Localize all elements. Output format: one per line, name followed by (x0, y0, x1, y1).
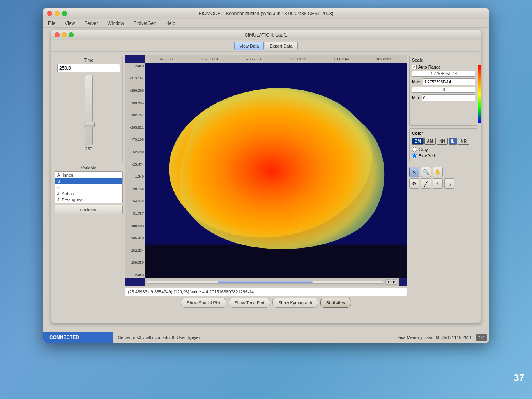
maximize-button[interactable] (62, 11, 67, 16)
color-btn-am[interactable]: AM (424, 138, 436, 145)
tool-row-1: ↖ 🔍 ✋ (409, 167, 477, 177)
settings-tool-icon[interactable]: ⚙ (409, 178, 419, 189)
inner-maximize-button[interactable] (69, 32, 74, 37)
color-section: Color BM AM NN IL NR Gray BlueRed (409, 128, 477, 162)
bluered-radio[interactable] (412, 153, 417, 158)
axis-left-label-13: 108.603 (126, 224, 144, 228)
inner-close-button[interactable] (55, 32, 60, 37)
line-tool-icon[interactable]: ╱ (421, 178, 431, 189)
axis-left-label-12: 81.787 (126, 212, 144, 215)
max-input[interactable] (423, 78, 475, 85)
axis-left-label-3: -159.553 (126, 101, 144, 105)
functions-button[interactable]: Functions... (55, 205, 123, 214)
axis-left-label-4: -132.737 (126, 113, 144, 117)
pan-tool-icon[interactable]: ✋ (433, 167, 443, 177)
axis-left-label-11: 54.972 (126, 199, 144, 203)
inner-window: SIMULATION: Lauf1 View Data Export Data … (51, 30, 481, 323)
export-data-button[interactable]: Export Data (265, 42, 297, 50)
slider-thumb[interactable] (84, 122, 95, 127)
outer-titlebar: BIOMODEL: Bohnendiffusion (Wed Jun 18 09… (43, 8, 489, 19)
show-spatial-plot-button[interactable]: Show Spatial Plot (181, 298, 226, 308)
tool-row-2: ⚙ ╱ ∿ ᶊ (409, 178, 477, 189)
outer-window-title: BIOMODEL: Bohnendiffusion (Wed Jun 18 09… (198, 11, 333, 16)
extra-tool-icon[interactable]: ᶊ (444, 178, 454, 189)
svg-rect-1 (145, 245, 407, 278)
color-header: Color (412, 131, 475, 136)
color-btn-bm[interactable]: BM (412, 138, 424, 145)
plot-status-bar: (25.439331,9.3854749) [129,93] Value = 4… (125, 288, 407, 296)
inner-titlebar: SIMULATION: Lauf1 (51, 30, 481, 40)
color-btn-nr[interactable]: NR (458, 138, 469, 145)
scrollbar-thumb[interactable] (218, 281, 313, 283)
statistics-button[interactable]: Statistics (320, 298, 351, 308)
menu-help[interactable]: Help (164, 21, 177, 26)
time-label: Time (57, 58, 120, 62)
var-item-c[interactable]: C (55, 184, 122, 191)
variable-section: Variable A_Innen B C J_Abbau J_Erzeugung… (55, 166, 123, 308)
zoom-tool-icon[interactable]: 🔍 (421, 167, 431, 177)
close-button[interactable] (47, 11, 52, 16)
axis-left-label-16: 189.050 (126, 261, 144, 265)
bluered-radio-row: BlueRed (412, 153, 475, 158)
scroll-nav: ◀ ▶ (385, 279, 397, 285)
page-number: 37 (514, 373, 524, 383)
show-kymograph-button[interactable]: Show Kymograph (272, 298, 318, 308)
scale-mid-value: 0 (412, 87, 475, 93)
slider-container: 0 250 (57, 75, 120, 161)
scroll-right-button[interactable]: ▶ (392, 279, 397, 285)
bluered-label: BlueRed (419, 154, 435, 158)
auto-range-row: ✓ Auto Range (412, 65, 475, 69)
time-input[interactable] (57, 64, 120, 72)
menu-server[interactable]: Server (83, 21, 99, 26)
scale-content: ✓ Auto Range 4.2757595E-14 Max: 0 Min: (412, 65, 475, 123)
select-tool-icon[interactable]: ↖ (409, 167, 419, 177)
var-item-j-erzeugung[interactable]: J_Erzeugung (55, 197, 122, 203)
axis-left-label-2: -186.368 (126, 88, 144, 92)
plot-area: 39.66527 -159.33054 -78.995816 1.3389121… (125, 55, 407, 286)
minimize-button[interactable] (55, 11, 60, 16)
scrollbar-track[interactable] (147, 281, 384, 284)
var-item-j-abbau[interactable]: J_Abbau (55, 191, 122, 197)
color-btn-il[interactable]: IL (449, 138, 458, 145)
variable-list: A_Innen B C J_Abbau J_Erzeugung (55, 171, 123, 203)
view-data-button[interactable]: View Data (234, 42, 264, 50)
tool-icons: ↖ 🔍 ✋ ⚙ ╱ ∿ ᶊ (409, 167, 477, 189)
auto-range-checkbox[interactable]: ✓ (412, 65, 417, 69)
scale-value-top: 4.2757595E-14 (412, 71, 475, 77)
outer-traffic-lights (47, 11, 67, 16)
scroll-left-button[interactable]: ◀ (385, 279, 391, 285)
slider-min-label: 250 (85, 147, 92, 151)
color-btn-nn[interactable]: NN (437, 138, 447, 145)
inner-minimize-button[interactable] (62, 32, 67, 37)
axis-left-label-9: 1.340 (126, 175, 144, 178)
gray-radio-row: Gray (412, 147, 475, 152)
min-input[interactable] (422, 94, 475, 101)
plot-canvas[interactable] (145, 63, 407, 278)
show-time-plot-button[interactable]: Show Time Plot (229, 298, 270, 308)
axis-left-label-7: -52.290 (126, 150, 144, 154)
menu-file[interactable]: File (46, 21, 57, 26)
gray-radio[interactable] (412, 147, 417, 152)
curve-tool-icon[interactable]: ∿ (433, 178, 443, 189)
plot-status-text: (25.439331,9.3854749) [129,93] Value = 4… (128, 290, 254, 294)
menubar: File View Server Window BioNetGen Help (43, 19, 489, 28)
color-buttons: BM AM NN IL NR (412, 138, 475, 145)
inner-toolbar: View Data Export Data (51, 40, 481, 52)
menu-window[interactable]: Window (106, 21, 125, 26)
plot-svg (145, 63, 407, 278)
slider-track[interactable] (85, 75, 93, 145)
gradient-container (478, 65, 481, 123)
inner-window-title: SIMULATION: Lauf1 (245, 32, 287, 38)
var-item-b[interactable]: B (55, 178, 122, 184)
scale-with-gradient: ✓ Auto Range 4.2757595E-14 Max: 0 Min: (412, 65, 475, 123)
right-panel: Scale ✓ Auto Range 4.2757595E-14 Max: (409, 55, 477, 308)
scale-section: Scale ✓ Auto Range 4.2757595E-14 Max: (409, 55, 477, 126)
axis-left-label-8: -25.474 (126, 162, 144, 166)
gray-label: Gray (419, 147, 428, 152)
status-memory: Java Memory Used: 50,3MB / 110,2MB (392, 335, 476, 340)
axis-left-label-1: -213.184 (126, 76, 144, 80)
menu-view[interactable]: View (63, 21, 76, 26)
var-item-a-innen[interactable]: A_Innen (55, 172, 122, 178)
axis-top-label-4: 81.67364 (334, 57, 349, 61)
menu-bionetgen[interactable]: BioNetGen (132, 21, 158, 26)
